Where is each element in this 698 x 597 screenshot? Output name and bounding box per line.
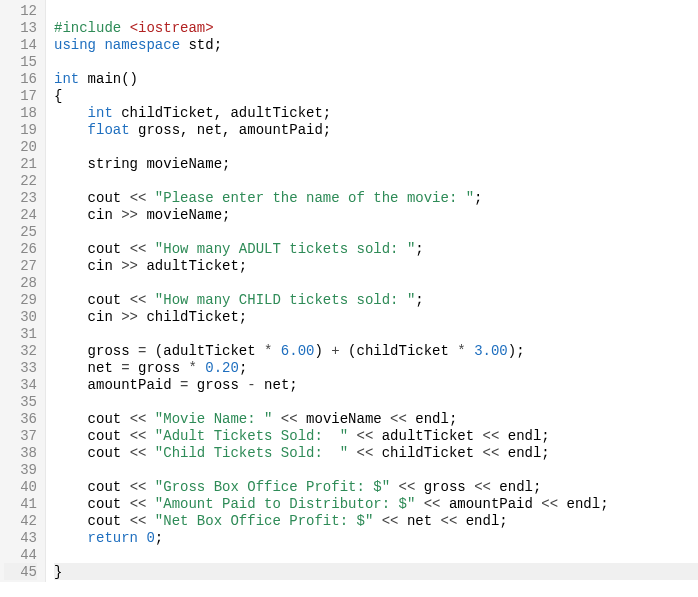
code-token: cout	[54, 241, 130, 257]
code-editor[interactable]: 1213141516171819202122232425262728293031…	[0, 0, 698, 582]
code-line[interactable]: float gross, net, amountPaid;	[54, 121, 698, 138]
line-number: 33	[4, 359, 37, 376]
code-token: gross	[138, 360, 188, 376]
code-line[interactable]: cout << "Gross Box Office Profit: $" << …	[54, 478, 698, 495]
code-area[interactable]: #include <iostream>using namespace std; …	[46, 0, 698, 582]
code-line[interactable]: #include <iostream>	[54, 19, 698, 36]
code-token: cout	[54, 513, 130, 529]
code-line[interactable]	[54, 53, 698, 70]
code-token: <<	[373, 513, 407, 529]
code-token: (childTicket	[348, 343, 457, 359]
code-line[interactable]	[54, 274, 698, 291]
line-number: 18	[4, 104, 37, 121]
code-token: namespace	[104, 37, 188, 53]
code-line[interactable]: cout << "Movie Name: " << movieName << e…	[54, 410, 698, 427]
code-token: net	[407, 513, 441, 529]
code-token: cout	[54, 479, 130, 495]
code-token: endl;	[499, 479, 541, 495]
code-token: gross	[54, 343, 138, 359]
code-token: cin	[54, 207, 121, 223]
code-token: "Adult Tickets Sold: "	[155, 428, 348, 444]
code-line[interactable]	[54, 325, 698, 342]
code-line[interactable]: {	[54, 87, 698, 104]
code-token: 6.00	[281, 343, 315, 359]
code-token: *	[457, 343, 474, 359]
line-number: 26	[4, 240, 37, 257]
code-token: gross	[424, 479, 474, 495]
line-number: 37	[4, 427, 37, 444]
code-line[interactable]: cout << "Child Tickets Sold: " << childT…	[54, 444, 698, 461]
line-number: 30	[4, 308, 37, 325]
code-line[interactable]: cout << "Adult Tickets Sold: " << adultT…	[54, 427, 698, 444]
code-token: <<	[390, 479, 424, 495]
line-number: 32	[4, 342, 37, 359]
code-line[interactable]: cout << "Amount Paid to Distributor: $" …	[54, 495, 698, 512]
code-line[interactable]	[54, 461, 698, 478]
code-token: net;	[264, 377, 298, 393]
code-line[interactable]	[54, 393, 698, 410]
code-token: endl;	[415, 411, 457, 427]
code-token: movieName	[306, 411, 390, 427]
code-line[interactable]: cout << "Net Box Office Profit: $" << ne…	[54, 512, 698, 529]
line-number: 16	[4, 70, 37, 87]
code-token: <<	[272, 411, 306, 427]
code-token: int	[88, 105, 122, 121]
code-line[interactable]: cout << "How many ADULT tickets sold: ";	[54, 240, 698, 257]
code-line[interactable]	[54, 2, 698, 19]
code-line[interactable]	[54, 172, 698, 189]
code-line[interactable]: }	[54, 563, 698, 580]
code-token	[54, 122, 88, 138]
code-token: <<	[348, 428, 382, 444]
code-line[interactable]	[54, 223, 698, 240]
code-line[interactable]	[54, 138, 698, 155]
code-token: int	[54, 71, 88, 87]
line-number: 23	[4, 189, 37, 206]
code-token: "Net Box Office Profit: $"	[155, 513, 373, 529]
code-line[interactable]: string movieName;	[54, 155, 698, 172]
code-token: <<	[130, 445, 155, 461]
code-line[interactable]	[54, 546, 698, 563]
line-number: 20	[4, 138, 37, 155]
line-number-gutter: 1213141516171819202122232425262728293031…	[0, 0, 46, 582]
code-token: =	[180, 377, 197, 393]
code-token: <<	[130, 292, 155, 308]
code-token: <<	[130, 496, 155, 512]
code-line[interactable]: using namespace std;	[54, 36, 698, 53]
code-token: <<	[130, 241, 155, 257]
line-number: 36	[4, 410, 37, 427]
code-line[interactable]: cin >> childTicket;	[54, 308, 698, 325]
line-number: 43	[4, 529, 37, 546]
line-number: 35	[4, 393, 37, 410]
line-number: 25	[4, 223, 37, 240]
code-token: =	[138, 343, 155, 359]
code-token: amountPaid	[449, 496, 541, 512]
code-token: (adultTicket	[155, 343, 264, 359]
code-line[interactable]: int main()	[54, 70, 698, 87]
line-number: 14	[4, 36, 37, 53]
code-token: >>	[121, 258, 146, 274]
code-token: net	[54, 360, 121, 376]
code-line[interactable]: cin >> adultTicket;	[54, 257, 698, 274]
code-token: cout	[54, 292, 130, 308]
code-line[interactable]: gross = (adultTicket * 6.00) + (childTic…	[54, 342, 698, 359]
code-token: <<	[483, 445, 508, 461]
code-line[interactable]: cout << "Please enter the name of the mo…	[54, 189, 698, 206]
line-number: 40	[4, 478, 37, 495]
code-token: -	[247, 377, 264, 393]
code-line[interactable]: cin >> movieName;	[54, 206, 698, 223]
code-token: "Child Tickets Sold: "	[155, 445, 348, 461]
code-token: "Please enter the name of the movie: "	[155, 190, 474, 206]
code-token: "Movie Name: "	[155, 411, 273, 427]
code-line[interactable]: return 0;	[54, 529, 698, 546]
code-token: "Gross Box Office Profit: $"	[155, 479, 390, 495]
code-line[interactable]: amountPaid = gross - net;	[54, 376, 698, 393]
code-line[interactable]: cout << "How many CHILD tickets sold: ";	[54, 291, 698, 308]
code-token: )	[314, 343, 331, 359]
code-token: <<	[474, 479, 499, 495]
code-line[interactable]: int childTicket, adultTicket;	[54, 104, 698, 121]
code-line[interactable]: net = gross * 0.20;	[54, 359, 698, 376]
code-token: childTicket, adultTicket;	[121, 105, 331, 121]
code-token	[54, 105, 88, 121]
line-number: 12	[4, 2, 37, 19]
line-number: 13	[4, 19, 37, 36]
